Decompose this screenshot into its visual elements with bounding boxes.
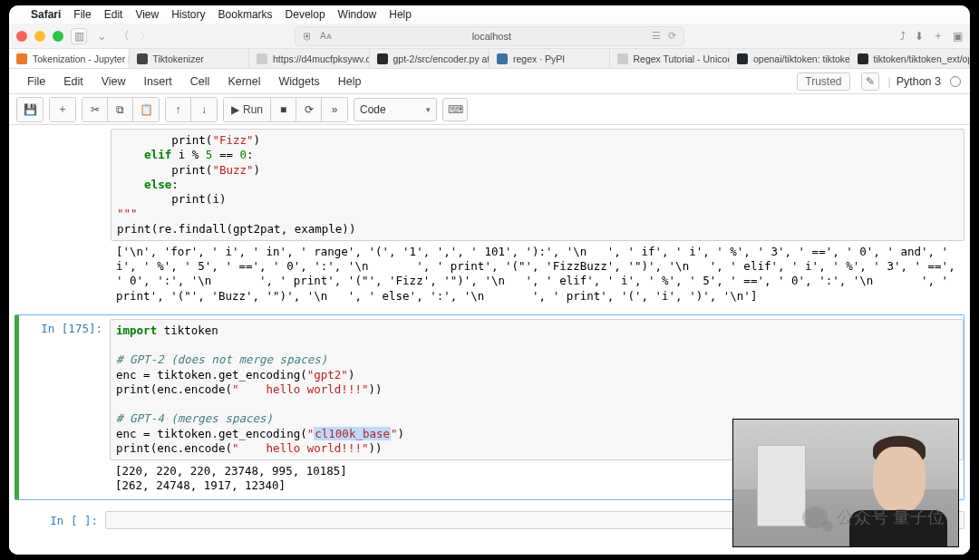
favicon-icon (858, 53, 868, 64)
favicon-icon (137, 53, 148, 64)
browser-tab[interactable]: gpt-2/src/encoder.py at master ·… (370, 49, 490, 68)
menubar-item[interactable]: Help (389, 8, 412, 21)
favicon-icon (377, 53, 388, 64)
reload-icon[interactable]: ⟳ (668, 30, 676, 42)
copy-button[interactable]: ⧉ (108, 98, 133, 121)
safari-toolbar: ▥ ⌄ 〈 〉 ⛨ Aᴀ localhost ☰ ⟳ ⤴ ⬇ ＋ ▣ (9, 24, 970, 49)
jupyter-menu-item[interactable]: Help (329, 72, 371, 92)
browser-tab[interactable]: https://d4mucfpksywv.cloudfro… (249, 49, 370, 68)
url-host: localhost (339, 31, 645, 42)
interrupt-button[interactable]: ■ (271, 98, 296, 121)
tab-label: gpt-2/src/encoder.py at master ·… (393, 53, 490, 64)
edit-icon[interactable]: ✎ (861, 72, 879, 91)
jupyter-menu-item[interactable]: File (18, 72, 54, 92)
sidebar-button[interactable]: ▥ (71, 28, 87, 44)
menubar-item[interactable]: Bookmarks (218, 8, 273, 21)
cut-button[interactable]: ✂ (82, 98, 108, 121)
menubar-item[interactable]: Develop (286, 8, 325, 21)
jupyter-menu-item[interactable]: View (92, 72, 135, 92)
download-icon[interactable]: ⬇ (915, 30, 924, 43)
move-down-button[interactable]: ↓ (191, 98, 217, 121)
menubar-item[interactable]: File (73, 8, 91, 21)
menubar-item[interactable]: View (135, 8, 159, 21)
dropdown-icon[interactable]: ⌄ (94, 29, 109, 43)
jupyter-menu-item[interactable]: Widgets (270, 72, 329, 92)
jupyter-toolbar: 💾 ＋ ✂ ⧉ 📋 ↑ ↓ ▶Run ■ ⟳ » Code▾ ⌨ (9, 94, 970, 125)
share-icon[interactable]: ⤴ (900, 30, 906, 43)
browser-tab[interactable]: Regex Tutorial - Unicode Chara… (610, 49, 731, 68)
back-button[interactable]: 〈 (116, 28, 131, 44)
browser-tab[interactable]: Tokenization - Jupyter Notebook (9, 49, 130, 68)
favicon-icon (16, 53, 27, 64)
restart-button[interactable]: ⟳ (296, 98, 322, 121)
jupyter-menu-item[interactable]: Cell (181, 72, 219, 92)
browser-tab[interactable]: regex · PyPI (490, 49, 610, 68)
tab-label: Tiktokenizer (153, 53, 204, 64)
move-up-button[interactable]: ↑ (166, 98, 191, 121)
menubar-item[interactable]: History (171, 8, 205, 21)
cell-type-select[interactable]: Code▾ (354, 98, 437, 121)
add-cell-button[interactable]: ＋ (50, 98, 75, 121)
window-controls (16, 31, 63, 42)
watermark-text: 公众号 量子位 (837, 506, 945, 529)
website-settings-icon: Aᴀ (320, 31, 332, 41)
jupyter-menu-item[interactable]: Insert (135, 72, 181, 92)
jupyter-menu-item[interactable]: Kernel (218, 72, 269, 92)
minimize-window-button[interactable] (34, 31, 45, 42)
wechat-icon (802, 507, 828, 528)
watermark: 公众号 量子位 (802, 506, 945, 529)
tab-label: Regex Tutorial - Unicode Chara… (634, 53, 731, 64)
browser-tab[interactable]: tiktoken/tiktoken_ext/openai_p… (850, 49, 971, 68)
pipe: | (888, 75, 891, 88)
address-bar[interactable]: ⛨ Aᴀ localhost ☰ ⟳ (295, 26, 684, 46)
close-window-button[interactable] (16, 31, 27, 42)
menubar-item[interactable]: Window (338, 8, 377, 21)
paste-button[interactable]: 📋 (133, 98, 159, 121)
menubar-item[interactable]: Edit (104, 8, 123, 21)
jupyter-menu-item[interactable]: Edit (54, 72, 92, 92)
jupyter-menubar: File Edit View Insert Cell Kernel Widget… (9, 69, 970, 94)
favicon-icon (617, 53, 628, 64)
run-all-button[interactable]: » (322, 98, 347, 121)
tab-overview-button[interactable]: ▣ (953, 30, 963, 43)
code-input[interactable]: print("Fizz") elif i % 5 == 0: print("Bu… (111, 129, 964, 241)
run-button[interactable]: ▶Run (224, 98, 271, 121)
favicon-icon (737, 53, 748, 64)
tab-label: tiktoken/tiktoken_ext/openai_p… (874, 53, 971, 64)
kernel-name[interactable]: Python 3 (897, 75, 941, 88)
maximize-window-button[interactable] (53, 31, 63, 42)
favicon-icon (257, 53, 267, 64)
macos-menubar: Safari File Edit View History Bookmarks … (9, 5, 970, 24)
forward-button[interactable]: 〉 (138, 28, 152, 44)
menubar-app[interactable]: Safari (31, 8, 61, 21)
tab-label: openai/tiktoken: tiktoken is a fa… (753, 53, 850, 64)
new-tab-button[interactable]: ＋ (933, 28, 944, 43)
tab-label: regex · PyPI (513, 53, 565, 64)
tab-label: Tokenization - Jupyter Notebook (33, 53, 130, 64)
favicon-icon (497, 53, 508, 64)
browser-tab[interactable]: Tiktokenizer (130, 49, 250, 68)
command-palette-button[interactable]: ⌨ (442, 98, 468, 121)
save-button[interactable]: 💾 (17, 98, 43, 121)
trusted-indicator[interactable]: Trusted (797, 72, 849, 91)
chevron-down-icon: ▾ (426, 105, 431, 114)
kernel-status-icon (950, 76, 961, 87)
cell-prompt: In [175]: (19, 319, 110, 496)
cell-prompt: In [ ]: (15, 511, 105, 529)
browser-tab[interactable]: openai/tiktoken: tiktoken is a fa… (730, 49, 850, 68)
reader-icon[interactable]: ☰ (652, 30, 661, 42)
cell-prompt (15, 129, 105, 305)
cell-output: ['\n', 'for', ' i', ' in', ' range', '('… (111, 241, 964, 305)
tab-label: https://d4mucfpksywv.cloudfro… (273, 53, 370, 64)
tab-strip: Tokenization - Jupyter Notebook Tiktoken… (9, 49, 970, 69)
shield-icon: ⛨ (303, 31, 313, 42)
code-cell[interactable]: print("Fizz") elif i % 5 == 0: print("Bu… (15, 129, 964, 305)
